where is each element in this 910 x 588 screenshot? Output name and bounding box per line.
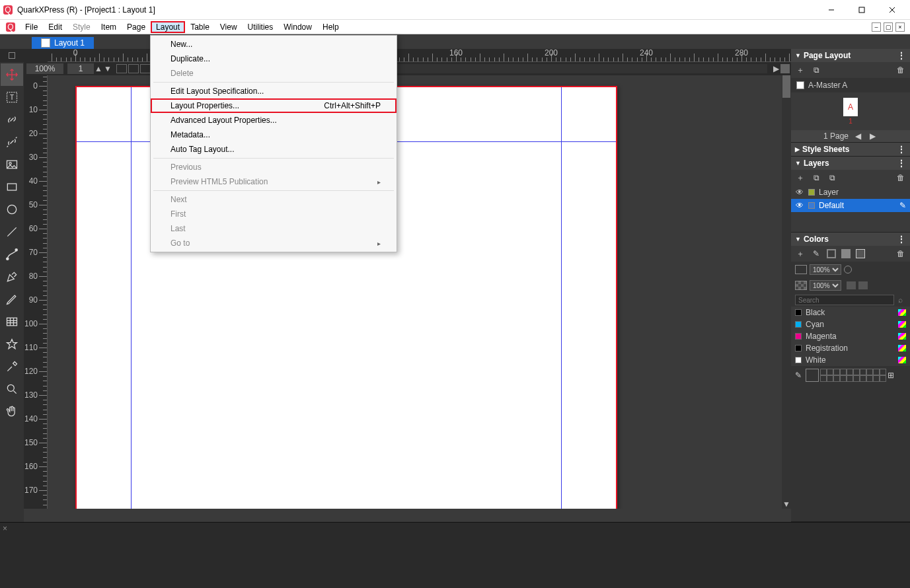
hand-tool[interactable] (1, 400, 23, 423)
color-row[interactable]: Registration (791, 342, 910, 354)
view-single-icon[interactable] (116, 64, 127, 73)
swatch-cell[interactable] (866, 369, 873, 375)
menu-item-advanced-layout-properties[interactable]: Advanced Layout Properties... (151, 113, 397, 128)
panel-menu-icon[interactable]: ⋮ (897, 51, 906, 60)
scroll-down-icon[interactable]: ▼ (782, 499, 791, 509)
menu-page[interactable]: Page (122, 21, 151, 33)
panel-menu-icon[interactable]: ⋮ (897, 159, 906, 168)
menu-item[interactable]: Item (96, 21, 122, 33)
search-icon[interactable]: ⌕ (894, 295, 906, 305)
opacity-swatch-icon[interactable] (795, 281, 807, 290)
swatch-cell[interactable] (820, 375, 827, 382)
color-row[interactable]: Black (791, 307, 910, 318)
line-tool[interactable] (1, 221, 23, 243)
picture-tool[interactable] (1, 153, 23, 176)
oval-tool[interactable] (1, 198, 23, 221)
menu-item-layout-properties[interactable]: Layout Properties...Ctrl+Alt+Shift+P (151, 98, 397, 113)
color-row[interactable]: Magenta (791, 330, 910, 342)
minimize-button[interactable] (816, 0, 847, 20)
swatch-cell[interactable] (866, 375, 873, 382)
merge-layer-icon[interactable]: ⧉ (811, 172, 821, 183)
delete-layer-icon[interactable]: 🗑 (895, 172, 906, 183)
layers-header[interactable]: ▼Layers⋮ (791, 157, 910, 170)
frame-color-icon[interactable] (827, 249, 836, 258)
layer-row[interactable]: 👁Layer (791, 186, 910, 199)
swatch-cell[interactable] (853, 375, 860, 382)
unlink-tool[interactable] (1, 131, 23, 153)
menu-style[interactable]: Style (67, 21, 96, 33)
menu-table[interactable]: Table (185, 21, 215, 33)
swatch-cell[interactable] (853, 369, 860, 375)
swatch-cell[interactable] (827, 375, 833, 382)
next-page-icon[interactable]: ▶ (867, 131, 878, 141)
swatch-cell[interactable] (827, 369, 833, 375)
statusbar-close-icon[interactable]: × (3, 524, 7, 533)
swatch-cell[interactable] (860, 375, 866, 382)
ruler-origin[interactable] (24, 49, 48, 62)
style-sheets-header[interactable]: ▶Style Sheets⋮ (791, 143, 910, 156)
opacity-select[interactable]: 100% (810, 280, 841, 291)
menu-edit[interactable]: Edit (43, 21, 67, 33)
fill-swatch-icon[interactable] (795, 265, 807, 274)
close-button[interactable] (877, 0, 907, 20)
menu-item-new[interactable]: New... (151, 37, 397, 52)
add-layer-icon[interactable]: ＋ (795, 172, 806, 183)
menu-view[interactable]: View (215, 21, 243, 33)
panel-menu-icon[interactable]: ⋮ (897, 235, 906, 244)
current-color-swatch[interactable] (806, 369, 819, 382)
fill-color-icon[interactable] (841, 249, 851, 258)
color-row[interactable]: Cyan (791, 318, 910, 330)
menu-item-metadata[interactable]: Metadata... (151, 128, 397, 142)
maximize-button[interactable] (847, 0, 877, 20)
duplicate-page-icon[interactable]: ⧉ (811, 65, 821, 75)
swatch-cell[interactable] (840, 369, 847, 375)
menu-item-duplicate[interactable]: Duplicate... (151, 52, 397, 66)
swatch-cell[interactable] (847, 369, 853, 375)
visibility-icon[interactable]: 👁 (795, 201, 804, 210)
edit-color-icon[interactable]: ✎ (811, 248, 821, 259)
rectangle-tool[interactable] (1, 176, 23, 198)
swatch-cell[interactable] (873, 369, 880, 375)
menu-layout[interactable]: Layout (151, 21, 185, 33)
page-layout-header[interactable]: ▼Page Layout⋮ (791, 49, 910, 62)
swatch-cell[interactable] (880, 375, 886, 382)
swatch-cell[interactable] (833, 375, 840, 382)
page-up-icon[interactable]: ▲ (94, 64, 103, 73)
color-row[interactable]: White (791, 354, 910, 366)
swatch-cell[interactable] (880, 369, 886, 375)
tint-select[interactable]: 100% (810, 264, 841, 275)
page-field[interactable]: 1 (67, 63, 94, 74)
table-tool[interactable] (1, 311, 23, 333)
move-tool[interactable] (1, 63, 23, 86)
guide-vertical-left[interactable] (131, 87, 132, 509)
blend-b-icon[interactable] (858, 281, 868, 289)
swatch-cell[interactable] (847, 375, 853, 382)
vertical-scroll-thumb[interactable] (782, 71, 790, 98)
menu-item-edit-layout-specification[interactable]: Edit Layout Specification... (151, 84, 397, 98)
master-page-row[interactable]: A-Master A (791, 78, 910, 92)
visibility-icon[interactable]: 👁 (795, 188, 804, 197)
swatch-cell[interactable] (873, 375, 880, 382)
menu-file[interactable]: File (20, 21, 43, 33)
zoom-field[interactable]: 100% (26, 63, 63, 74)
vertical-scrollbar[interactable]: ▲ ▼ (782, 62, 791, 509)
menu-help[interactable]: Help (317, 21, 344, 33)
zoom-tool[interactable] (1, 378, 23, 400)
blend-a-icon[interactable] (847, 281, 856, 289)
mdi-minimize-button[interactable]: – (872, 22, 881, 32)
resize-grip[interactable] (780, 64, 790, 73)
document-tab[interactable]: Layout 1 (32, 37, 94, 49)
add-color-icon[interactable]: ＋ (795, 248, 806, 259)
view-thumb-icon[interactable] (140, 64, 151, 73)
swatch-overflow-icon[interactable]: ⊞ (888, 371, 894, 380)
duplicate-layer-icon[interactable]: ⧉ (827, 172, 837, 183)
prev-page-icon[interactable]: ◀ (853, 131, 863, 141)
edit-icon[interactable]: ✎ (899, 201, 906, 210)
text-tool[interactable]: T (1, 86, 23, 108)
star-tool[interactable] (1, 333, 23, 355)
menu-window[interactable]: Window (278, 21, 317, 33)
delete-page-icon[interactable]: 🗑 (895, 65, 906, 75)
text-color-icon[interactable] (856, 249, 865, 258)
swatch-cell[interactable] (820, 369, 827, 375)
view-facing-icon[interactable] (128, 64, 139, 73)
